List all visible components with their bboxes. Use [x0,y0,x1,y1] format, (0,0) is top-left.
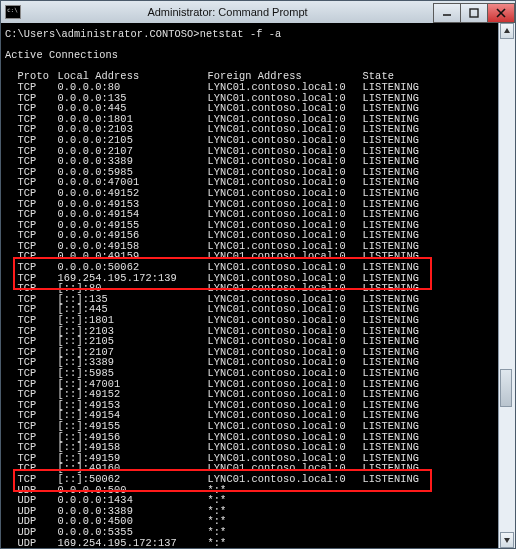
cell-state: LISTENING [363,474,420,485]
window-buttons [434,3,515,21]
chevron-down-icon [503,536,511,544]
minimize-button[interactable] [433,3,461,23]
cell-proto: TCP [18,135,58,146]
cell-state: LISTENING [363,135,420,146]
cell-local: 0.0.0.0:2105 [58,135,208,146]
svg-marker-5 [504,538,510,543]
active-connections-header: Active Connections [5,50,511,61]
minimize-icon [442,8,452,18]
prompt-line: C:\Users\administrator.CONTOSO>netstat -… [5,29,511,40]
cell-foreign: LYNC01.contoso.local:0 [208,135,363,146]
cell-foreign: LYNC01.contoso.local:0 [208,82,363,93]
close-icon [496,8,506,18]
close-button[interactable] [487,3,515,23]
svg-marker-4 [504,28,510,33]
cell-foreign: LYNC01.contoso.local:0 [208,368,363,379]
cell-local: 0.0.0.0:49152 [58,188,208,199]
cell-state: LISTENING [363,82,420,93]
scroll-track[interactable] [499,39,515,532]
cell-proto: TCP [18,188,58,199]
cell-state: LISTENING [363,368,420,379]
chevron-up-icon [503,27,511,35]
titlebar[interactable]: Administrator: Command Prompt [1,1,515,24]
cell-foreign: *:* [208,485,363,496]
cell-proto: UDP [18,527,58,538]
scroll-thumb[interactable] [500,369,512,407]
cell-foreign: *:* [208,495,363,506]
cell-foreign: LYNC01.contoso.local:0 [208,421,363,432]
cell-proto: TCP [18,368,58,379]
cell-state: LISTENING [363,188,420,199]
connection-row: TCP0.0.0.0:2105LYNC01.contoso.local:0LIS… [5,135,511,146]
connection-row: TCP[::]:5985LYNC01.contoso.local:0LISTEN… [5,368,511,379]
cell-local: 0.0.0.0:80 [58,82,208,93]
cell-foreign: *:* [208,516,363,527]
connection-row: TCP[::]:50062LYNC01.contoso.local:0LISTE… [5,474,511,485]
scroll-up-button[interactable] [500,23,514,39]
connection-row: TCP[::]:49155LYNC01.contoso.local:0LISTE… [5,421,511,432]
scroll-down-button[interactable] [500,532,514,548]
cell-proto: TCP [18,474,58,485]
cmd-icon [5,5,21,19]
cell-foreign: LYNC01.contoso.local:0 [208,188,363,199]
connection-row: UDP0.0.0.0:5355*:* [5,527,511,538]
connection-row: TCP0.0.0.0:49152LYNC01.contoso.local:0LI… [5,188,511,199]
svg-rect-1 [470,9,478,17]
command-prompt-window: Administrator: Command Prompt C:\Users\a… [0,0,516,549]
cell-foreign: *:* [208,538,363,549]
cell-local: 0.0.0.0:5355 [58,527,208,538]
cell-proto: TCP [18,82,58,93]
cell-foreign: LYNC01.contoso.local:0 [208,474,363,485]
rows-container: TCP0.0.0.0:80LYNC01.contoso.local:0LISTE… [5,82,511,548]
terminal-area[interactable]: C:\Users\administrator.CONTOSO>netstat -… [1,23,515,548]
cell-foreign: *:* [208,527,363,538]
cell-state: LISTENING [363,421,420,432]
cell-foreign: *:* [208,506,363,517]
cell-local: [::]:5985 [58,368,208,379]
maximize-icon [469,8,479,18]
window-title: Administrator: Command Prompt [21,6,434,18]
cell-local: [::]:50062 [58,474,208,485]
vertical-scrollbar[interactable] [498,23,515,548]
connection-row: TCP0.0.0.0:80LYNC01.contoso.local:0LISTE… [5,82,511,93]
cell-proto: TCP [18,421,58,432]
cell-local: [::]:49155 [58,421,208,432]
maximize-button[interactable] [460,3,488,23]
